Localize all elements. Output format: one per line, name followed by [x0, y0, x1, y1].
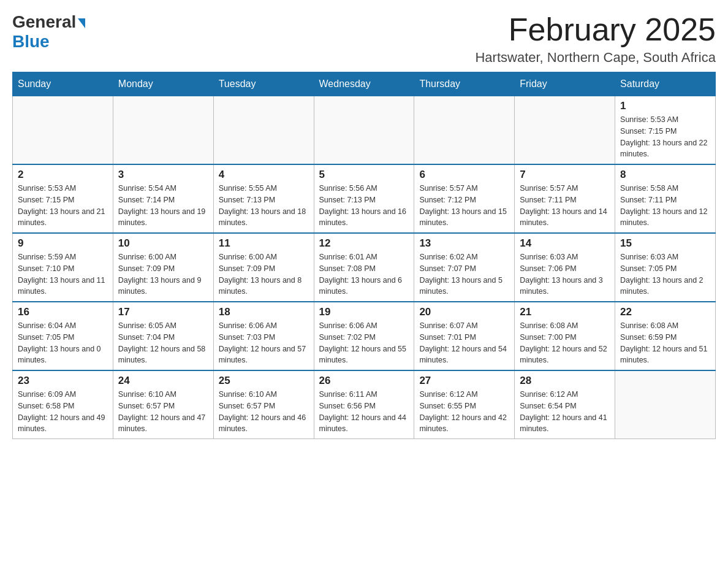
calendar-header-thursday: Thursday	[414, 72, 515, 96]
day-info: Sunrise: 6:03 AMSunset: 7:06 PMDaylight:…	[520, 251, 610, 297]
calendar-header-friday: Friday	[515, 72, 615, 96]
day-info: Sunrise: 6:12 AMSunset: 6:54 PMDaylight:…	[520, 389, 610, 435]
day-number: 21	[520, 306, 610, 318]
day-number: 3	[118, 169, 208, 181]
day-info: Sunrise: 6:05 AMSunset: 7:04 PMDaylight:…	[118, 320, 208, 366]
day-number: 17	[118, 306, 208, 318]
day-number: 9	[18, 237, 108, 250]
calendar-cell: 8Sunrise: 5:58 AMSunset: 7:11 PMDaylight…	[615, 164, 716, 233]
day-info: Sunrise: 5:57 AMSunset: 7:12 PMDaylight:…	[419, 183, 509, 229]
day-number: 25	[219, 375, 309, 387]
day-info: Sunrise: 5:59 AMSunset: 7:10 PMDaylight:…	[18, 251, 108, 297]
day-info: Sunrise: 6:06 AMSunset: 7:03 PMDaylight:…	[219, 320, 309, 366]
calendar-cell: 1Sunrise: 5:53 AMSunset: 7:15 PMDaylight…	[615, 96, 716, 165]
calendar-table: SundayMondayTuesdayWednesdayThursdayFrid…	[12, 72, 716, 439]
calendar-cell: 22Sunrise: 6:08 AMSunset: 6:59 PMDayligh…	[615, 302, 716, 370]
day-number: 22	[620, 306, 710, 318]
location-title: Hartswater, Northern Cape, South Africa	[475, 50, 716, 66]
day-number: 18	[219, 306, 309, 318]
day-number: 1	[620, 100, 710, 112]
day-number: 28	[520, 375, 610, 387]
calendar-cell: 21Sunrise: 6:08 AMSunset: 7:00 PMDayligh…	[515, 302, 615, 370]
logo-blue: Blue	[12, 32, 50, 51]
calendar-header-saturday: Saturday	[615, 72, 716, 96]
calendar-cell: 6Sunrise: 5:57 AMSunset: 7:12 PMDaylight…	[414, 164, 515, 233]
day-number: 10	[118, 237, 208, 250]
day-number: 16	[18, 306, 108, 318]
calendar-cell: 28Sunrise: 6:12 AMSunset: 6:54 PMDayligh…	[515, 370, 615, 439]
calendar-cell: 16Sunrise: 6:04 AMSunset: 7:05 PMDayligh…	[13, 302, 113, 370]
day-info: Sunrise: 6:08 AMSunset: 6:59 PMDaylight:…	[620, 320, 710, 366]
day-info: Sunrise: 5:56 AMSunset: 7:13 PMDaylight:…	[319, 183, 409, 229]
day-info: Sunrise: 6:06 AMSunset: 7:02 PMDaylight:…	[319, 320, 409, 366]
calendar-cell	[515, 96, 615, 165]
calendar-cell	[314, 96, 414, 165]
day-info: Sunrise: 6:01 AMSunset: 7:08 PMDaylight:…	[319, 251, 409, 297]
calendar-cell: 7Sunrise: 5:57 AMSunset: 7:11 PMDaylight…	[515, 164, 615, 233]
calendar-cell	[414, 96, 515, 165]
calendar-cell: 11Sunrise: 6:00 AMSunset: 7:09 PMDayligh…	[213, 233, 314, 302]
calendar-cell	[213, 96, 314, 165]
day-number: 15	[620, 237, 710, 250]
calendar-cell: 4Sunrise: 5:55 AMSunset: 7:13 PMDaylight…	[213, 164, 314, 233]
day-number: 27	[419, 375, 509, 387]
day-info: Sunrise: 6:00 AMSunset: 7:09 PMDaylight:…	[219, 251, 309, 297]
calendar-cell: 24Sunrise: 6:10 AMSunset: 6:57 PMDayligh…	[113, 370, 213, 439]
calendar-cell: 9Sunrise: 5:59 AMSunset: 7:10 PMDaylight…	[13, 233, 113, 302]
calendar-cell: 27Sunrise: 6:12 AMSunset: 6:55 PMDayligh…	[414, 370, 515, 439]
calendar-cell	[113, 96, 213, 165]
day-info: Sunrise: 6:07 AMSunset: 7:01 PMDaylight:…	[419, 320, 509, 366]
calendar-cell: 26Sunrise: 6:11 AMSunset: 6:56 PMDayligh…	[314, 370, 414, 439]
calendar-cell: 13Sunrise: 6:02 AMSunset: 7:07 PMDayligh…	[414, 233, 515, 302]
calendar-week-row-5: 23Sunrise: 6:09 AMSunset: 6:58 PMDayligh…	[13, 370, 716, 439]
day-number: 11	[219, 237, 309, 250]
day-info: Sunrise: 6:11 AMSunset: 6:56 PMDaylight:…	[319, 389, 409, 435]
day-info: Sunrise: 6:10 AMSunset: 6:57 PMDaylight:…	[219, 389, 309, 435]
day-number: 14	[520, 237, 610, 250]
day-number: 4	[219, 169, 309, 181]
day-number: 7	[520, 169, 610, 181]
calendar-cell: 14Sunrise: 6:03 AMSunset: 7:06 PMDayligh…	[515, 233, 615, 302]
logo-triangle-icon	[78, 18, 85, 28]
day-number: 12	[319, 237, 409, 250]
calendar-cell: 2Sunrise: 5:53 AMSunset: 7:15 PMDaylight…	[13, 164, 113, 233]
day-info: Sunrise: 5:58 AMSunset: 7:11 PMDaylight:…	[620, 183, 710, 229]
calendar-cell: 10Sunrise: 6:00 AMSunset: 7:09 PMDayligh…	[113, 233, 213, 302]
day-info: Sunrise: 6:08 AMSunset: 7:00 PMDaylight:…	[520, 320, 610, 366]
month-title: February 2025	[475, 12, 716, 47]
calendar-week-row-2: 2Sunrise: 5:53 AMSunset: 7:15 PMDaylight…	[13, 164, 716, 233]
logo: General Blue	[12, 12, 85, 52]
day-number: 26	[319, 375, 409, 387]
calendar-cell: 23Sunrise: 6:09 AMSunset: 6:58 PMDayligh…	[13, 370, 113, 439]
day-number: 13	[419, 237, 509, 250]
calendar-week-row-3: 9Sunrise: 5:59 AMSunset: 7:10 PMDaylight…	[13, 233, 716, 302]
day-info: Sunrise: 6:10 AMSunset: 6:57 PMDaylight:…	[118, 389, 208, 435]
calendar-cell	[615, 370, 716, 439]
day-info: Sunrise: 5:55 AMSunset: 7:13 PMDaylight:…	[219, 183, 309, 229]
day-info: Sunrise: 5:53 AMSunset: 7:15 PMDaylight:…	[18, 183, 108, 229]
day-number: 8	[620, 169, 710, 181]
calendar-cell: 18Sunrise: 6:06 AMSunset: 7:03 PMDayligh…	[213, 302, 314, 370]
calendar-cell: 5Sunrise: 5:56 AMSunset: 7:13 PMDaylight…	[314, 164, 414, 233]
day-number: 19	[319, 306, 409, 318]
calendar-cell	[13, 96, 113, 165]
day-info: Sunrise: 5:53 AMSunset: 7:15 PMDaylight:…	[620, 114, 710, 160]
day-info: Sunrise: 6:02 AMSunset: 7:07 PMDaylight:…	[419, 251, 509, 297]
calendar-cell: 17Sunrise: 6:05 AMSunset: 7:04 PMDayligh…	[113, 302, 213, 370]
calendar-cell: 12Sunrise: 6:01 AMSunset: 7:08 PMDayligh…	[314, 233, 414, 302]
day-number: 6	[419, 169, 509, 181]
page-header: General Blue February 2025 Hartswater, N…	[12, 12, 716, 66]
title-area: February 2025 Hartswater, Northern Cape,…	[475, 12, 716, 66]
calendar-header-tuesday: Tuesday	[213, 72, 314, 96]
day-number: 23	[18, 375, 108, 387]
calendar-header-row: SundayMondayTuesdayWednesdayThursdayFrid…	[13, 72, 716, 96]
day-info: Sunrise: 6:03 AMSunset: 7:05 PMDaylight:…	[620, 251, 710, 297]
calendar-cell: 3Sunrise: 5:54 AMSunset: 7:14 PMDaylight…	[113, 164, 213, 233]
calendar-week-row-4: 16Sunrise: 6:04 AMSunset: 7:05 PMDayligh…	[13, 302, 716, 370]
day-number: 2	[18, 169, 108, 181]
calendar-cell: 19Sunrise: 6:06 AMSunset: 7:02 PMDayligh…	[314, 302, 414, 370]
calendar-cell: 25Sunrise: 6:10 AMSunset: 6:57 PMDayligh…	[213, 370, 314, 439]
day-info: Sunrise: 5:57 AMSunset: 7:11 PMDaylight:…	[520, 183, 610, 229]
calendar-cell: 15Sunrise: 6:03 AMSunset: 7:05 PMDayligh…	[615, 233, 716, 302]
logo-general: General	[12, 12, 76, 32]
